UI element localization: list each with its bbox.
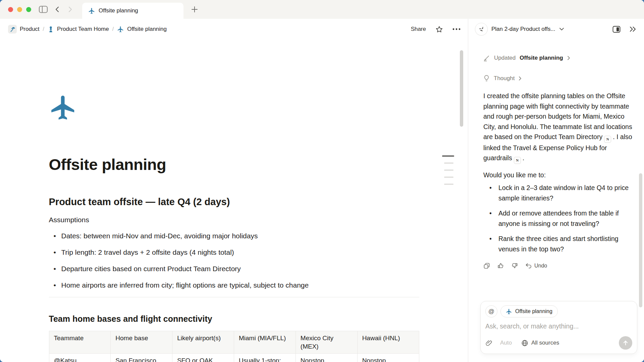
updated-page-link[interactable]: Offsite planning — [520, 55, 563, 61]
column-header[interactable]: Likely airport(s) — [172, 331, 234, 354]
notion-page-badge-icon[interactable]: N — [604, 136, 611, 143]
collapse-panel-icon[interactable] — [629, 26, 637, 32]
section-heading[interactable]: Product team offsite — late Q4 (2 days) — [49, 196, 419, 208]
breadcrumb-item-product[interactable]: Product — [8, 25, 40, 34]
breadcrumb-separator: / — [43, 26, 44, 32]
toggle-right-panel-icon[interactable] — [612, 26, 621, 33]
toc-dash — [444, 177, 453, 178]
tab-bar: Offsite planning — [0, 0, 644, 19]
notion-ai-face-icon — [475, 23, 488, 36]
chevron-right-icon — [567, 56, 570, 60]
send-button[interactable] — [619, 336, 632, 350]
window-controls — [0, 0, 31, 19]
ai-sidebar-header: Plan 2-day Product offs... — [468, 19, 644, 40]
breadcrumb-item-offsite-planning[interactable]: Offsite planning — [117, 26, 167, 33]
chevron-down-icon[interactable] — [559, 27, 564, 31]
page-title[interactable]: Offsite planning — [49, 155, 419, 174]
airplane-icon — [506, 308, 512, 315]
breadcrumb-label: Offsite planning — [127, 26, 167, 33]
attachment-paperclip-icon[interactable] — [485, 340, 492, 347]
breadcrumb: Product / Product Team Home / — [8, 25, 167, 34]
thought-label: Thought — [494, 75, 515, 82]
toc-dash — [444, 170, 453, 171]
ai-suggestions-list: Lock in a 2–3 date window in late Q4 to … — [483, 183, 634, 254]
ai-composer[interactable]: @ Offsite planning Ask, search, or make … — [480, 301, 637, 354]
more-options-icon[interactable] — [452, 28, 461, 30]
list-item: Add or remove attendees from the table i… — [483, 208, 634, 229]
thumbs-down-icon[interactable] — [511, 262, 518, 269]
forward-icon[interactable] — [67, 6, 73, 13]
tab-offsite-planning[interactable]: Offsite planning — [82, 3, 183, 19]
airplane-icon — [88, 7, 95, 14]
share-button[interactable]: Share — [411, 26, 426, 33]
sources-label: All sources — [531, 340, 559, 346]
workspace-hammer-icon — [8, 25, 17, 34]
ai-sidebar: Plan 2-day Product offs... — [468, 19, 644, 362]
column-header[interactable]: Hawaii (HNL) — [357, 331, 419, 354]
back-icon[interactable] — [54, 6, 61, 13]
chevron-right-icon — [519, 76, 522, 81]
updated-step-row[interactable]: Updated Offsite planning — [483, 55, 634, 61]
toc-dash — [444, 163, 453, 164]
toc-dash — [442, 156, 454, 157]
pawn-icon — [48, 26, 54, 33]
table-cell-mention[interactable]: @Katsu — [49, 354, 111, 362]
table-row: @Katsu San Francisco SFO or OAK Usually … — [49, 354, 419, 362]
subsection-heading[interactable]: Team home bases and flight connectivity — [49, 313, 419, 324]
ai-thread-title[interactable]: Plan 2-day Product offs... — [491, 26, 555, 33]
column-header[interactable]: Home base — [111, 331, 172, 354]
divider — [49, 297, 419, 297]
page-airplane-icon[interactable] — [49, 93, 78, 122]
new-tab-icon[interactable] — [191, 0, 198, 19]
mention-context-button[interactable]: @ — [485, 305, 497, 317]
thought-step-row[interactable]: Thought — [483, 75, 634, 82]
document-scroll-area[interactable]: Offsite planning Product team offsite — … — [0, 40, 468, 362]
column-header[interactable]: Miami (MIA/FLL) — [234, 331, 296, 354]
list-item[interactable]: Departure cities based on current Produc… — [49, 264, 419, 274]
globe-icon — [521, 340, 528, 347]
tab-title: Offsite planning — [99, 7, 138, 14]
list-item[interactable]: Home airports are inferred from city; fl… — [49, 281, 419, 290]
table-cell[interactable]: SFO or OAK — [172, 354, 234, 362]
new-chat-icon[interactable] — [596, 25, 604, 33]
table-cell[interactable]: San Francisco — [111, 354, 172, 362]
context-chip-offsite-planning[interactable]: Offsite planning — [500, 305, 558, 317]
column-header[interactable]: Teammate — [49, 331, 111, 354]
sources-selector[interactable]: All sources — [521, 340, 559, 347]
list-item[interactable]: Trip length: 2 travel days + 2 offsite d… — [49, 248, 419, 257]
undo-label: Undo — [534, 263, 547, 269]
connectivity-table: Teammate Home base Likely airport(s) Mia… — [49, 331, 419, 362]
zoom-window-button[interactable] — [26, 7, 31, 12]
favorite-star-icon[interactable] — [435, 25, 443, 33]
edit-line-icon — [483, 55, 490, 61]
ai-conversation[interactable]: Updated Offsite planning Thought — [468, 40, 644, 298]
table-cell[interactable]: Usually 1-stop; — [234, 354, 296, 362]
list-item[interactable]: Dates: between mid-Nov and mid-Dec, avoi… — [49, 231, 419, 241]
composer-input[interactable]: Ask, search, or make anything... — [485, 322, 632, 330]
notion-page-badge-icon[interactable]: N — [514, 157, 521, 164]
undo-button[interactable]: Undo — [525, 263, 547, 269]
column-header[interactable]: Mexico City (MEX) — [296, 331, 357, 354]
lightbulb-icon — [483, 75, 490, 82]
ai-sidebar-scrollbar[interactable] — [639, 173, 642, 307]
breadcrumb-item-product-team-home[interactable]: Product Team Home — [48, 26, 109, 33]
minimize-window-button[interactable] — [17, 7, 22, 12]
document-scrollbar[interactable] — [460, 50, 463, 127]
ai-message-text: . — [523, 154, 524, 162]
table-cell[interactable]: Nonstop — [296, 354, 357, 362]
toggle-sidebar-icon[interactable] — [39, 5, 48, 13]
breadcrumb-label: Product Team Home — [57, 26, 109, 33]
thumbs-up-icon[interactable] — [497, 262, 504, 269]
copy-icon[interactable] — [483, 262, 490, 269]
updated-label: Updated — [494, 55, 516, 61]
assumptions-label[interactable]: Assumptions — [49, 215, 419, 225]
context-chip-label: Offsite planning — [515, 308, 552, 314]
notion-window: Offsite planning Product / — [0, 0, 644, 362]
ai-message-actions: Undo — [483, 262, 634, 269]
close-window-button[interactable] — [8, 7, 13, 12]
mode-selector[interactable]: Auto — [500, 340, 512, 346]
table-header-row: Teammate Home base Likely airport(s) Mia… — [49, 331, 419, 354]
toc-dash — [444, 184, 453, 185]
table-of-contents-indicator[interactable] — [442, 156, 454, 191]
table-cell[interactable]: Nonstop — [357, 354, 419, 362]
